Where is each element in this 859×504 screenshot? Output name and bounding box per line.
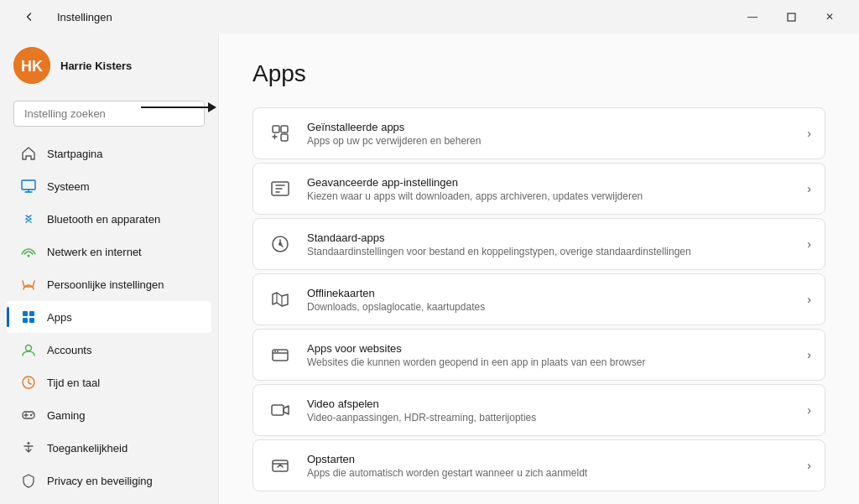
settings-item-installed[interactable]: Geïnstalleerde apps Apps op uw pc verwij… bbox=[252, 107, 825, 159]
chevron-right-icon: › bbox=[807, 348, 811, 361]
sidebar-item-toegankelijkheid[interactable]: Toegankelijkheid bbox=[7, 432, 211, 464]
svg-point-14 bbox=[28, 442, 30, 444]
startup-icon bbox=[267, 452, 294, 479]
svg-rect-8 bbox=[29, 318, 34, 323]
settings-item-apps-websites[interactable]: Apps voor websites Websites die kunnen w… bbox=[252, 329, 825, 381]
advanced-apps-icon bbox=[267, 175, 294, 202]
svg-rect-25 bbox=[273, 460, 288, 471]
sidebar-item-persoonlijk[interactable]: Persoonlijke instellingen bbox=[7, 268, 211, 300]
settings-item-text: Opstarten Apps die automatisch worden ge… bbox=[307, 453, 794, 479]
sidebar-item-label: Toegankelijkheid bbox=[47, 442, 128, 455]
sidebar-item-label: Bluetooth en apparaten bbox=[47, 213, 160, 226]
settings-item-title: Geïnstalleerde apps bbox=[307, 121, 794, 133]
settings-item-title: Opstarten bbox=[307, 453, 794, 465]
svg-point-22 bbox=[274, 351, 276, 352]
sidebar-item-bluetooth[interactable]: Bluetooth en apparaten bbox=[7, 203, 211, 235]
sidebar: HK Harrie Kisters Startpagina bbox=[0, 34, 218, 504]
chevron-right-icon: › bbox=[807, 403, 811, 417]
offline-maps-icon bbox=[267, 286, 294, 313]
settings-item-desc: Websites die kunnen worden geopend in ee… bbox=[307, 356, 794, 368]
search-container bbox=[0, 97, 218, 137]
chevron-right-icon: › bbox=[807, 237, 811, 251]
svg-point-23 bbox=[277, 351, 279, 352]
minimize-button[interactable]: — bbox=[733, 3, 772, 30]
accounts-icon bbox=[20, 341, 37, 358]
chevron-right-icon: › bbox=[807, 127, 811, 140]
sidebar-item-netwerk[interactable]: Netwerk en internet bbox=[7, 236, 211, 268]
svg-text:HK: HK bbox=[21, 58, 43, 75]
settings-item-text: Geavanceerde app-instellingen Kiezen waa… bbox=[307, 176, 794, 202]
settings-list: Geïnstalleerde apps Apps op uw pc verwij… bbox=[252, 107, 825, 491]
settings-item-default[interactable]: Standaard-apps Standaardinstellingen voo… bbox=[252, 218, 825, 270]
bluetooth-icon bbox=[20, 210, 37, 227]
chevron-right-icon: › bbox=[807, 182, 811, 195]
accessibility-icon bbox=[20, 439, 37, 456]
user-profile[interactable]: HK Harrie Kisters bbox=[0, 34, 218, 97]
settings-item-title: Offlinekaarten bbox=[307, 287, 794, 299]
sidebar-item-accounts[interactable]: Accounts bbox=[7, 334, 211, 366]
sidebar-item-label: Startpagina bbox=[47, 148, 103, 160]
sidebar-item-privacy[interactable]: Privacy en beveiliging bbox=[7, 465, 211, 496]
personalize-icon bbox=[20, 276, 37, 293]
settings-item-text: Apps voor websites Websites die kunnen w… bbox=[307, 342, 794, 368]
svg-point-13 bbox=[32, 413, 34, 415]
settings-item-title: Standaard-apps bbox=[307, 231, 794, 244]
settings-item-desc: Video-aanpassingen, HDR-streaming, batte… bbox=[307, 412, 794, 423]
settings-item-desc: Kiezen waar u apps wilt downloaden, apps… bbox=[307, 190, 794, 202]
chevron-right-icon: › bbox=[807, 459, 811, 472]
sidebar-item-label: Tijd en taal bbox=[47, 377, 100, 389]
settings-item-text: Video afspelen Video-aanpassingen, HDR-s… bbox=[307, 397, 794, 423]
sidebar-item-gaming[interactable]: Gaming bbox=[7, 399, 211, 431]
svg-point-9 bbox=[26, 346, 32, 351]
sidebar-item-systeem[interactable]: Systeem bbox=[7, 170, 211, 202]
svg-rect-5 bbox=[23, 311, 28, 316]
svg-point-20 bbox=[279, 242, 282, 246]
chevron-right-icon: › bbox=[807, 293, 811, 306]
sidebar-item-apps[interactable]: Apps bbox=[7, 301, 211, 333]
sidebar-nav: Startpagina Systeem Bluetooth en ap bbox=[0, 137, 218, 504]
sidebar-item-label: Gaming bbox=[47, 409, 86, 422]
sidebar-item-label: Accounts bbox=[47, 344, 91, 356]
user-name: Harrie Kisters bbox=[60, 60, 132, 72]
installed-apps-icon bbox=[267, 120, 294, 147]
settings-item-desc: Apps op uw pc verwijderen en beheren bbox=[307, 135, 794, 147]
sidebar-item-label: Netwerk en internet bbox=[47, 246, 142, 258]
settings-item-title: Video afspelen bbox=[307, 397, 794, 410]
svg-rect-16 bbox=[281, 126, 288, 132]
settings-item-title: Apps voor websites bbox=[307, 342, 794, 355]
settings-item-title: Geavanceerde app-instellingen bbox=[307, 176, 794, 189]
maximize-button[interactable] bbox=[772, 3, 810, 30]
sidebar-item-tijd[interactable]: Tijd en taal bbox=[7, 366, 211, 398]
settings-item-desc: Apps die automatisch worden gestart wann… bbox=[307, 467, 794, 479]
settings-item-desc: Downloads, opslaglocatie, kaartupdates bbox=[307, 301, 794, 313]
settings-item-text: Geïnstalleerde apps Apps op uw pc verwij… bbox=[307, 121, 794, 147]
app-body: HK Harrie Kisters Startpagina bbox=[0, 34, 859, 504]
settings-item-offline-maps[interactable]: Offlinekaarten Downloads, opslaglocatie,… bbox=[252, 273, 825, 325]
settings-item-advanced[interactable]: Geavanceerde app-instellingen Kiezen waa… bbox=[252, 163, 825, 215]
svg-rect-15 bbox=[273, 126, 279, 132]
settings-item-desc: Standaardinstellingen voor bestand en ko… bbox=[307, 246, 794, 257]
svg-rect-7 bbox=[23, 318, 28, 323]
sidebar-item-label: Persoonlijke instellingen bbox=[47, 278, 164, 291]
svg-rect-17 bbox=[281, 134, 288, 141]
svg-rect-0 bbox=[788, 13, 795, 21]
close-button[interactable]: ✕ bbox=[810, 3, 849, 30]
home-icon bbox=[20, 145, 37, 162]
settings-item-opstarten[interactable]: Opstarten Apps die automatisch worden ge… bbox=[252, 439, 825, 491]
main-content: Apps Geïnstalleerde apps App bbox=[218, 34, 859, 504]
gaming-icon bbox=[20, 407, 37, 423]
privacy-icon bbox=[20, 472, 37, 489]
avatar: HK bbox=[13, 47, 50, 84]
app-title: Instellingen bbox=[57, 11, 112, 23]
sidebar-item-startpagina[interactable]: Startpagina bbox=[7, 138, 211, 169]
back-button[interactable] bbox=[10, 3, 49, 30]
sidebar-item-label: Apps bbox=[47, 311, 72, 324]
settings-item-text: Standaard-apps Standaardinstellingen voo… bbox=[307, 231, 794, 257]
sidebar-item-update[interactable]: Windows Update bbox=[7, 497, 211, 504]
title-bar: Instellingen — ✕ bbox=[0, 0, 859, 34]
svg-point-4 bbox=[28, 255, 30, 257]
search-input[interactable] bbox=[13, 101, 205, 127]
video-icon bbox=[267, 397, 294, 423]
settings-item-video[interactable]: Video afspelen Video-aanpassingen, HDR-s… bbox=[252, 384, 825, 436]
default-apps-icon bbox=[267, 231, 294, 257]
